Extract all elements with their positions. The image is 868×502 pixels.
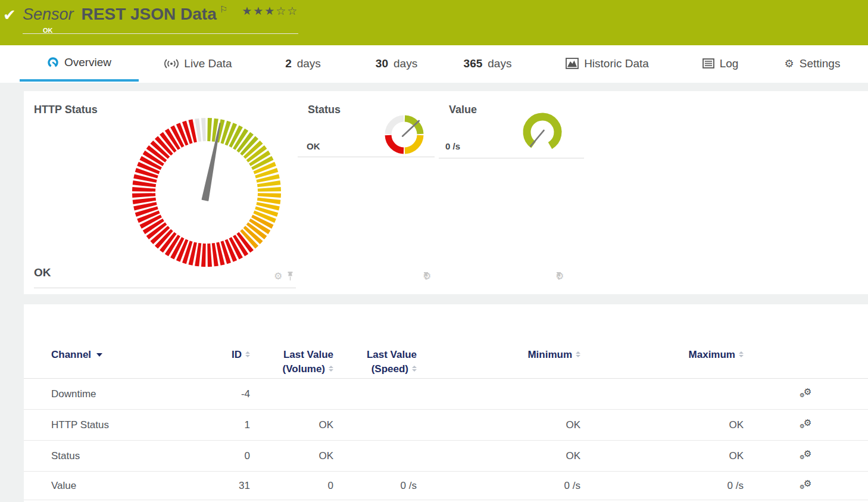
cell-last-volume — [262, 379, 333, 409]
panel-action-icons: ⚙ — [274, 270, 294, 282]
http-status-gauge — [129, 115, 284, 270]
tab-label: Settings — [800, 57, 841, 70]
content-area: HTTP Status OK ⚙ Status OK ⚙ — [0, 83, 868, 502]
tab-number: 30 — [376, 57, 388, 70]
tab-live-data[interactable]: Live Data — [139, 45, 258, 82]
cell-maximum: OK — [625, 410, 744, 440]
divider — [298, 157, 435, 157]
tab-number: 2 — [285, 57, 292, 70]
sensor-header: ✔ Sensor REST JSON Data ⚐ ★★★☆☆ OK — [0, 0, 868, 45]
panel-action-icons: ⚙ — [555, 270, 564, 282]
sort-icon — [739, 351, 744, 357]
gears-icon: ⚙⚙ — [799, 449, 814, 463]
live-data-icon — [164, 58, 179, 70]
cell-minimum: OK — [461, 441, 580, 471]
cell-last-volume: OK — [262, 441, 333, 471]
cell-minimum — [461, 379, 580, 409]
sort-icon — [412, 366, 417, 372]
tab-number: 365 — [464, 57, 483, 70]
channel-settings-button[interactable]: ⚙⚙ — [794, 410, 820, 440]
cell-id: 0 — [191, 441, 250, 471]
value-gauge — [519, 108, 566, 156]
gears-icon: ⚙⚙ — [799, 387, 814, 401]
cell-channel: Downtime — [51, 379, 182, 409]
column-header-minimum[interactable]: Minimum — [461, 348, 580, 362]
tab-label: Log — [720, 57, 739, 70]
panel-action-icons: ⚙ — [423, 270, 431, 282]
channels-table-panel: Channel ID Last Value (Volume) Last Valu… — [24, 304, 868, 502]
sort-icon — [329, 366, 333, 372]
status-value: OK — [307, 141, 320, 151]
cell-last-volume: 0 — [262, 472, 333, 500]
gear-icon: ⚙ — [785, 57, 794, 70]
cell-maximum — [625, 379, 744, 409]
cell-channel: HTTP Status — [51, 410, 182, 440]
cell-last-volume: OK — [262, 410, 333, 440]
cell-id: 31 — [191, 472, 250, 500]
tab-settings[interactable]: ⚙ Settings — [757, 45, 868, 82]
tab-overview[interactable]: Overview — [20, 45, 139, 82]
pin-icon[interactable] — [423, 272, 429, 280]
sort-icon — [245, 351, 250, 357]
status-gauge — [380, 111, 428, 158]
gauge-icon — [47, 57, 59, 68]
cell-channel: Status — [51, 441, 182, 471]
tab-label: Live Data — [184, 57, 232, 70]
column-header-channel[interactable]: Channel — [51, 348, 182, 362]
status-panel-title: Status — [308, 104, 341, 116]
cell-channel: Value — [51, 472, 182, 500]
column-header-last-value-volume[interactable]: Last Value (Volume) — [262, 348, 333, 376]
tab-log[interactable]: Log — [684, 45, 757, 82]
value-value: 0 /s — [445, 141, 460, 151]
chart-icon — [566, 58, 579, 69]
flag-icon[interactable]: ⚐ — [220, 4, 227, 15]
sort-desc-icon — [96, 353, 102, 357]
divider — [34, 288, 296, 288]
channel-settings-button[interactable]: ⚙⚙ — [794, 441, 820, 471]
gears-icon: ⚙⚙ — [799, 479, 814, 493]
value-mini-panel: Value 0 /s ⚙ — [439, 91, 585, 166]
cell-last-speed — [345, 379, 417, 409]
channel-rows: Downtime -4 ⚙⚙ HTTP Status 1 OK OK OK ⚙⚙ — [24, 378, 868, 500]
channel-settings-button[interactable]: ⚙⚙ — [794, 379, 820, 409]
tab-bar: Overview Live Data 2 days 30 days 365 da… — [0, 45, 868, 83]
gauges-panel: HTTP Status OK ⚙ Status OK ⚙ — [24, 91, 868, 294]
status-mini-panel: Status OK ⚙ — [298, 91, 444, 166]
http-status-panel-title: HTTP Status — [34, 104, 98, 116]
table-row-value[interactable]: Value 31 0 0 /s 0 /s 0 /s ⚙⚙ — [24, 472, 868, 500]
table-row-http-status[interactable]: HTTP Status 1 OK OK OK ⚙⚙ — [24, 410, 868, 441]
gear-icon[interactable]: ⚙ — [274, 270, 282, 282]
tab-unit: days — [488, 57, 511, 70]
tab-2-days[interactable]: 2 days — [258, 45, 348, 82]
cell-id: -4 — [191, 379, 250, 409]
status-badge: OK — [43, 27, 53, 34]
table-row-status[interactable]: Status 0 OK OK OK ⚙⚙ — [24, 441, 868, 472]
pin-icon[interactable] — [555, 272, 562, 280]
status-check-icon: ✔ — [3, 6, 16, 24]
pin-icon[interactable] — [286, 271, 294, 281]
value-panel-title: Value — [449, 104, 477, 116]
priority-stars[interactable]: ★★★☆☆ — [242, 4, 298, 17]
sensor-title: REST JSON Data — [82, 3, 217, 26]
tab-unit: days — [394, 57, 417, 70]
sort-icon — [576, 351, 580, 357]
table-row-downtime[interactable]: Downtime -4 ⚙⚙ — [24, 379, 868, 410]
channel-settings-button[interactable]: ⚙⚙ — [794, 472, 820, 500]
cell-minimum: 0 /s — [461, 472, 580, 500]
column-header-maximum[interactable]: Maximum — [625, 348, 744, 362]
cell-last-speed — [345, 410, 417, 440]
tab-historic-data[interactable]: Historic Data — [530, 45, 684, 82]
tab-365-days[interactable]: 365 days — [445, 45, 530, 82]
cell-maximum: OK — [625, 441, 744, 471]
http-status-value: OK — [34, 266, 51, 279]
log-icon — [702, 58, 714, 68]
tab-label: Overview — [64, 56, 111, 69]
tab-30-days[interactable]: 30 days — [348, 45, 445, 82]
column-header-last-value-speed[interactable]: Last Value (Speed) — [345, 348, 417, 376]
gears-icon: ⚙⚙ — [799, 418, 814, 432]
cell-minimum: OK — [461, 410, 580, 440]
column-header-id[interactable]: ID — [191, 348, 250, 362]
object-kind-label: Sensor — [23, 3, 74, 26]
cell-id: 1 — [191, 410, 250, 440]
tab-unit: days — [297, 57, 321, 70]
